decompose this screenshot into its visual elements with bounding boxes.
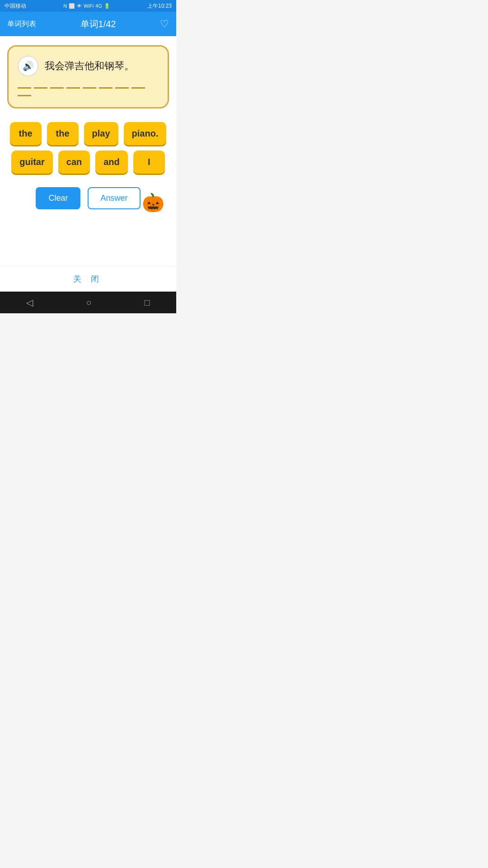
nav-home-icon[interactable]: ○ [86,297,91,308]
chinese-sentence: 我会弹吉他和钢琴。 [45,59,134,73]
mascot-icon: 🎃 [142,192,164,213]
nav-bar: ◁ ○ □ [0,292,176,313]
blank-4 [66,87,80,89]
favorite-icon[interactable]: ♡ [160,18,169,30]
blank-7 [115,87,129,89]
close-button[interactable]: 关 闭 [73,274,103,284]
answer-button[interactable]: Answer [88,187,140,209]
blank-9 [18,95,31,96]
word-button-play[interactable]: play [84,122,118,145]
action-row: Clear Answer 🎃 [7,187,169,218]
word-button-piano[interactable]: piano. [124,122,167,145]
status-bar: 中国移动 N ⬜ 👁 WiFi 4G 🔋 上午10:23 [0,0,176,12]
sentence-card: 🔊 我会弹吉他和钢琴。 [7,45,169,108]
blank-3 [50,87,64,89]
word-button-the-2[interactable]: the [47,122,79,145]
header-title: 单词1/42 [80,18,116,30]
nav-back-icon[interactable]: ◁ [26,297,33,308]
speaker-icon: 🔊 [23,61,34,71]
word-button-can[interactable]: can [58,151,90,174]
time: 上午10:23 [147,2,172,10]
speaker-button[interactable]: 🔊 [18,56,38,76]
blank-6 [99,87,113,89]
words-row-2: guitar can and I [7,151,169,174]
carrier: 中国移动 [5,2,26,10]
answer-blanks [18,85,159,98]
word-button-i[interactable]: I [133,151,165,174]
main-content: 🔊 我会弹吉他和钢琴。 the the play piano. guitar c… [0,36,176,266]
blank-5 [83,87,96,89]
nav-recent-icon[interactable]: □ [144,297,150,308]
word-button-and[interactable]: and [95,151,128,174]
blank-2 [34,87,47,89]
footer: 关 闭 [0,266,176,292]
header: 单词列表 单词1/42 ♡ [0,12,176,36]
status-icons: N ⬜ 👁 WiFi 4G 🔋 [63,3,110,9]
clear-button[interactable]: Clear [36,187,80,209]
blank-1 [18,87,31,89]
words-area: the the play piano. guitar can and I [7,122,169,174]
word-button-the-1[interactable]: the [10,122,42,145]
blank-8 [131,87,145,89]
words-row-1: the the play piano. [7,122,169,145]
word-button-guitar[interactable]: guitar [11,151,53,174]
back-button[interactable]: 单词列表 [7,19,36,29]
